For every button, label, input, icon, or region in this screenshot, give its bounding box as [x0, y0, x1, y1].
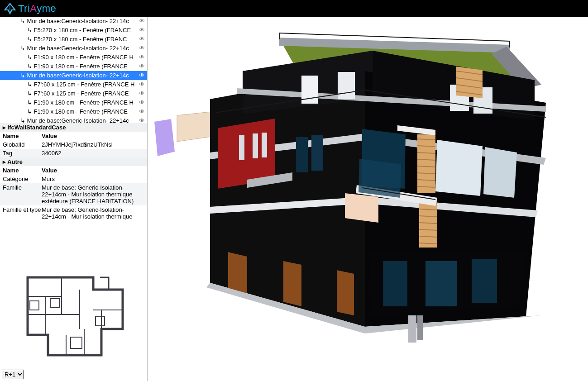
tree-item[interactable]: ↳ F7':60 x 125 cm - Fenêtre (FRANCE H👁	[0, 80, 147, 89]
property-header-value: Value	[42, 133, 147, 139]
visibility-eye-icon[interactable]: 👁	[138, 53, 145, 62]
logo-icon	[4, 2, 16, 15]
tree-item-label: ↳ F5:270 x 180 cm - Fenêtre (FRANC	[27, 35, 138, 44]
property-value: Mur de base: Generic-Isolation-22+14cm -…	[42, 184, 147, 205]
main-area: ↳ Mur de base:Generic-Isolation- 22+14c👁…	[0, 17, 588, 381]
property-header-name: Name	[0, 133, 42, 139]
property-header-row: NameValue	[0, 166, 147, 175]
tree-item-label: ↳ Mur de base:Generic-Isolation- 22+14c	[20, 116, 138, 123]
svg-rect-57	[425, 261, 457, 306]
sidebar: ↳ Mur de base:Generic-Isolation- 22+14c👁…	[0, 17, 148, 381]
svg-rect-30	[417, 134, 435, 193]
svg-rect-21	[296, 137, 308, 172]
svg-marker-1	[177, 112, 211, 142]
svg-marker-64	[417, 315, 423, 340]
property-value: 340062	[42, 150, 147, 157]
tree-item-label: ↳ F7':60 x 125 cm - Fenêtre (FRANCE H	[27, 80, 138, 89]
property-value: Mur de base: Generic-Isolation-22+14cm -…	[42, 206, 147, 220]
property-value: Murs	[42, 176, 147, 182]
floorplan-svg	[3, 265, 139, 367]
svg-marker-61	[337, 270, 354, 315]
tree-item[interactable]: ↳ F1:90 x 180 cm - Fenêtre (FRANCE👁	[0, 62, 147, 71]
svg-marker-0	[154, 119, 175, 156]
svg-marker-26	[435, 140, 483, 196]
visibility-eye-icon[interactable]: 👁	[138, 26, 145, 35]
tree-item-label: ↳ Mur de base:Generic-Isolation- 22+14c	[20, 17, 138, 26]
tree-item-label: ↳ Mur de base:Generic-Isolation- 22+14c	[20, 71, 138, 80]
property-value: 2JHYMHJej7Ixd$nzUTkNsl	[42, 141, 147, 148]
visibility-eye-icon[interactable]: 👁	[138, 62, 145, 71]
property-row: Famille et typeMur de base: Generic-Isol…	[0, 205, 147, 221]
svg-rect-56	[383, 261, 407, 306]
svg-marker-53	[359, 159, 401, 198]
brand-text-post: yme	[37, 3, 56, 14]
svg-marker-63	[408, 315, 416, 343]
level-selector-wrap: R+1	[2, 370, 24, 379]
property-key: GlobalId	[0, 141, 42, 148]
tree-item[interactable]: ↳ F5:270 x 180 cm - Fenêtre (FRANC👁	[0, 35, 147, 44]
svg-marker-27	[483, 147, 517, 198]
visibility-eye-icon[interactable]: 👁	[138, 80, 145, 89]
visibility-eye-icon[interactable]: 👁	[138, 17, 145, 26]
property-header-row: NameValue	[0, 132, 147, 140]
svg-rect-20	[338, 72, 355, 99]
tree-item[interactable]: ↳ F1:90 x 180 cm - Fenêtre (FRANCE H👁	[0, 98, 147, 107]
tree-item-label: ↳ F1:90 x 180 cm - Fenêtre (FRANCE	[27, 62, 138, 71]
property-row: Tag340062	[0, 149, 147, 157]
svg-rect-18	[262, 133, 267, 157]
tree-item[interactable]: ↳ Mur de base:Generic-Isolation- 22+14c👁	[0, 116, 147, 123]
property-row: GlobalId2JHYMHJej7Ixd$nzUTkNsl	[0, 140, 147, 149]
property-header-value: Value	[42, 167, 147, 174]
svg-rect-58	[472, 259, 497, 303]
level-selector[interactable]: R+1	[2, 370, 24, 379]
brand-caret-icon: A	[30, 3, 37, 14]
visibility-eye-icon[interactable]: 👁	[138, 44, 145, 53]
floorplan-minimap[interactable]	[3, 265, 139, 367]
svg-rect-17	[253, 133, 258, 158]
brand-text-pre: Tri	[18, 3, 30, 14]
tree-item[interactable]: ↳ Mur de base:Generic-Isolation- 22+14c👁	[0, 71, 147, 80]
property-section-header[interactable]: ▸ Autre	[0, 157, 147, 166]
3d-viewport[interactable]	[148, 17, 588, 381]
structure-tree[interactable]: ↳ Mur de base:Generic-Isolation- 22+14c👁…	[0, 17, 147, 123]
app-logo: TriAyme	[4, 2, 56, 15]
property-key: Famille	[0, 184, 42, 205]
tree-item-label: ↳ F5:270 x 180 cm - Fenêtre (FRANCE	[27, 26, 138, 35]
property-key: Catégorie	[0, 176, 42, 182]
tree-item[interactable]: ↳ F1:90 x 180 cm - Fenêtre (FRANCE H👁	[0, 53, 147, 62]
visibility-eye-icon[interactable]: 👁	[138, 116, 145, 123]
tree-item-label: ↳ F1:90 x 180 cm - Fenêtre (FRANCE H	[27, 98, 138, 107]
property-row: CatégorieMurs	[0, 175, 147, 183]
svg-rect-22	[311, 135, 323, 171]
tree-item[interactable]: ↳ F1:90 x 180 cm - Fenêtre (FRANCE👁	[0, 107, 147, 116]
tree-item-label: ↳ F7':60 x 125 cm - Fenêtre (FRANCE	[27, 89, 138, 98]
visibility-eye-icon[interactable]: 👁	[138, 71, 145, 80]
visibility-eye-icon[interactable]: 👁	[138, 98, 145, 107]
tree-item-label: ↳ F1:90 x 180 cm - Fenêtre (FRANCE H	[27, 53, 138, 62]
tree-item[interactable]: ↳ F7':60 x 125 cm - Fenêtre (FRANCE👁	[0, 89, 147, 98]
visibility-eye-icon[interactable]: 👁	[138, 107, 145, 116]
property-header-name: Name	[0, 167, 42, 174]
tree-item[interactable]: ↳ Mur de base:Generic-Isolation- 22+14c👁	[0, 44, 147, 53]
property-section-header[interactable]: ▸ IfcWallStandardCase	[0, 123, 147, 132]
visibility-eye-icon[interactable]: 👁	[138, 35, 145, 44]
property-key: Tag	[0, 150, 42, 157]
app-header: TriAyme	[0, 0, 588, 17]
property-key: Famille et type	[0, 206, 42, 220]
svg-marker-24	[345, 193, 378, 223]
tree-item-label: ↳ F1:90 x 180 cm - Fenêtre (FRANCE	[27, 107, 138, 116]
building-3d-render	[148, 17, 588, 381]
properties-panel[interactable]: ▸ IfcWallStandardCaseNameValueGlobalId2J…	[0, 123, 147, 243]
tree-item[interactable]: ↳ F5:270 x 180 cm - Fenêtre (FRANCE👁	[0, 26, 147, 35]
tree-item[interactable]: ↳ Mur de base:Generic-Isolation- 22+14c👁	[0, 17, 147, 26]
svg-marker-60	[283, 261, 301, 306]
svg-rect-16	[239, 135, 244, 160]
tree-item-label: ↳ Mur de base:Generic-Isolation- 22+14c	[20, 44, 138, 53]
visibility-eye-icon[interactable]: 👁	[138, 89, 145, 98]
property-row: FamilleMur de base: Generic-Isolation-22…	[0, 183, 147, 205]
